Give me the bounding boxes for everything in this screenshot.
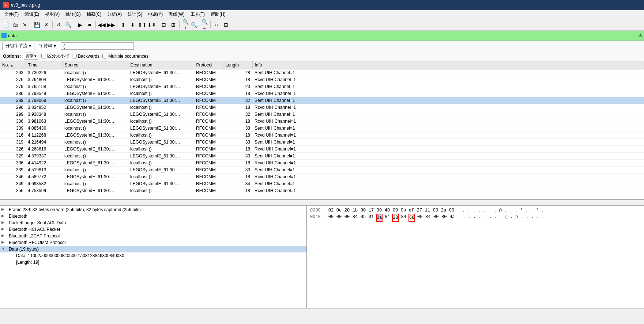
table-row[interactable]: 263 3.730226 localhost () LEGOSystemIE_6… [0,69,644,76]
horizontal-scrollbar[interactable] [0,200,644,205]
detail-row[interactable]: ▶ Bluetooth [0,213,306,220]
table-row[interactable]: 319 4.216494 localhost () LEGOSystemIE_6… [0,139,644,146]
hex-byte[interactable]: 17 [368,207,374,214]
view1-btn[interactable]: ⊟ [159,20,168,29]
col-header-destination[interactable]: Destination [128,61,194,69]
menu-item-t[interactable]: 工具(T) [188,11,208,18]
table-row[interactable]: 336 4.414922 LEGOSystemIE_61:30:… localh… [0,160,644,167]
table-row[interactable]: 296 3.834852 LEGOSystemIE_61:30:… localh… [0,104,644,111]
detail-row[interactable]: ▼ Data (19 bytes) [0,246,306,252]
hex-byte[interactable]: 00 [392,207,399,214]
table-row[interactable]: 339 4.519813 localhost () LEGOSystemIE_6… [0,167,644,174]
hex-byte[interactable]: 0b [400,207,407,214]
hex-byte[interactable]: 27 [416,207,423,214]
down-btn[interactable]: ⬇ [128,20,137,29]
save-btn[interactable]: 💾 [33,20,41,29]
top-btn[interactable]: ⬆⬆ [138,20,147,29]
reload-btn[interactable]: ↺ [54,20,63,29]
menu-item-h[interactable]: 帮助(H) [208,11,229,18]
table-row[interactable]: 316 4.112268 LEGOSystemIE_61:30:… localh… [0,132,644,139]
table-row[interactable]: 306 3.981063 LEGOSystemIE_61:30:… localh… [0,118,644,125]
menu-item-v[interactable]: 视图(V) [42,11,63,18]
hex-byte[interactable]: 01 [368,214,374,222]
detail-row[interactable]: [Length: 19] [0,259,306,266]
hex-byte[interactable]: 0a [376,214,383,222]
table-row[interactable]: 349 4.693582 localhost () LEGOSystemIE_6… [0,180,644,187]
width-dropdown[interactable]: 宽窄 ▾ [24,53,38,60]
hex-byte[interactable]: 0c [336,207,342,214]
hex-byte[interactable]: 1b [352,207,358,214]
table-row[interactable]: 356 4.753599 LEGOSystemIE_61:30:… localh… [0,187,644,194]
close-file-btn[interactable]: ✕ [20,20,29,29]
hex-byte[interactable]: 11 [424,207,431,214]
search-input[interactable] [61,42,134,50]
table-row[interactable]: 299 3.938348 localhost () LEGOSystemIE_6… [0,111,644,118]
menu-item-g[interactable]: 跳转(G) [63,11,83,18]
hex-byte[interactable]: 2a [440,207,447,214]
menu-item-f[interactable]: 文件(F) [1,11,22,18]
table-row[interactable]: 346 4.589772 LEGOSystemIE_61:30:… localh… [0,174,644,180]
zoom-out-btn[interactable]: 🔍- [191,20,199,29]
detail-pane[interactable]: ▶ Frame 289: 32 bytes on wire (256 bits)… [0,206,307,308]
hex-byte[interactable]: 68 [408,214,415,222]
packet-list[interactable]: No. ▲ Time Source Destination Protocol L… [0,61,644,200]
detail-row[interactable]: ▶ Bluetooth L2CAP Protocol [0,233,306,239]
hex-byte[interactable]: 00 [360,207,366,214]
hex-byte[interactable]: 00 [336,214,342,222]
menu-item-c[interactable]: 捕获(C) [84,11,105,18]
view2-btn[interactable]: ⊞ [169,20,178,29]
up-btn[interactable]: ⬆ [119,20,128,29]
table-row[interactable]: 276 3.764804 LEGOSystemIE_61:30:… localh… [0,76,644,83]
table-row[interactable]: 329 4.379337 localhost () LEGOSystemIE_6… [0,153,644,160]
backwards-option[interactable]: Backwards [72,54,99,59]
hex-byte[interactable]: 00 [433,214,439,222]
start-btn[interactable]: ▶ [76,20,84,29]
detail-row[interactable]: Data: 11002a00000000840500 1a08128846800… [0,252,306,259]
hex-byte[interactable]: 00 [448,207,455,214]
hex-byte[interactable]: 28 [392,214,399,222]
close2-btn[interactable]: ✕ [42,20,51,29]
resize-btn[interactable]: ↔ [212,20,221,29]
bot-btn[interactable]: ⬇⬇ [147,20,156,29]
case-sensitive-option[interactable]: 区分大小写 [41,53,69,59]
filter-input[interactable] [8,33,639,38]
table-row[interactable]: 286 3.798549 LEGOSystemIE_61:30:… localh… [0,90,644,97]
new-btn[interactable]: 📄 [1,20,10,29]
table-row[interactable]: 326 4.268616 LEGOSystemIE_61:30:… localh… [0,146,644,153]
col-header-source[interactable]: Source [62,61,128,69]
col-header-no[interactable]: No. ▲ [0,61,26,69]
menu-item-a[interactable]: 分析(A) [104,11,125,18]
col-header-time[interactable]: Time [26,61,62,69]
detail-row[interactable]: ▶ Frame 289: 32 bytes on wire (256 bits)… [0,206,306,213]
search-dropdown-string[interactable]: 字符串 ▾ [36,42,59,50]
detail-row[interactable]: ▶ Bluetooth RFCOMM Protocol [0,239,306,246]
hex-byte[interactable]: 84 [425,214,431,222]
zoom-fit-btn[interactable]: 🔍= [200,20,209,29]
multiple-occurrences-option[interactable]: Multiple occurrences [102,54,148,59]
hex-byte[interactable]: 40 [384,207,391,214]
hex-byte[interactable]: 00 [417,214,423,222]
multiple-occurrences-checkbox[interactable] [102,54,107,58]
hex-byte[interactable]: 20 [344,207,350,214]
table-row[interactable]: 309 4.085436 localhost () LEGOSystemIE_6… [0,125,644,132]
hex-byte[interactable]: 02 [328,207,334,214]
menu-item-w[interactable]: 无线(W) [166,11,187,18]
hex-byte[interactable]: 84 [400,214,407,222]
hex-byte[interactable]: 05 [360,214,366,222]
col-header-protocol[interactable]: Protocol [194,61,223,69]
detail-row[interactable]: ▶ PacketLogger Sent ACL Data [0,220,306,226]
menu-item-e[interactable]: 编辑(E) [22,11,42,18]
case-sensitive-checkbox[interactable] [41,54,46,58]
col-header-info[interactable]: Info [252,61,644,69]
hex-byte[interactable]: 00 [328,214,334,222]
menu-item-s[interactable]: 统计(S) [125,11,145,18]
col-header-length[interactable]: Length [223,61,252,69]
table-row[interactable]: 289 3.799069 localhost () LEGOSystemIE_6… [0,97,644,104]
detail-row[interactable]: ▶ Bluetooth HCI ACL Packet [0,226,306,233]
hex-byte[interactable]: 9a [449,214,455,222]
hex-byte[interactable]: ef [408,207,415,214]
hex-byte[interactable]: 00 [432,207,439,214]
hex-pane[interactable]: 0000020c201b00170040000bef2711002a00. . … [307,206,644,308]
nav-back-btn[interactable]: ◀◀ [97,20,106,29]
backwards-checkbox[interactable] [72,54,77,58]
